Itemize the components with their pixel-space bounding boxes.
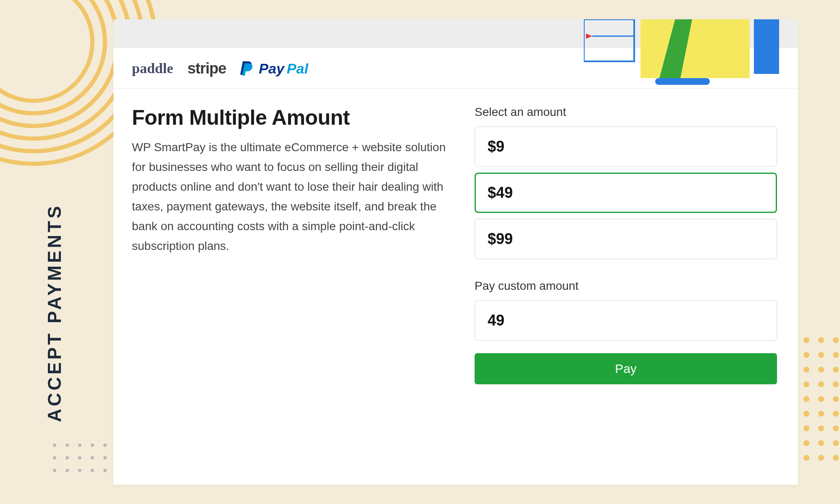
svg-point-45 — [818, 425, 824, 431]
svg-point-60 — [78, 444, 81, 447]
svg-point-67 — [78, 456, 81, 459]
amount-option-2[interactable]: $99 — [475, 219, 777, 259]
svg-point-75 — [91, 469, 94, 472]
hero-illustration — [584, 19, 785, 103]
svg-point-6 — [803, 337, 809, 343]
svg-point-57 — [833, 455, 839, 461]
form-panel: Select an amount $9 $49 $99 Pay custom a… — [475, 105, 777, 384]
svg-point-55 — [803, 455, 809, 461]
pay-button[interactable]: Pay — [475, 353, 777, 384]
svg-point-72 — [53, 469, 56, 472]
svg-point-69 — [103, 456, 107, 459]
svg-point-25 — [833, 381, 839, 387]
svg-point-73 — [66, 469, 69, 472]
amount-option-0[interactable]: $9 — [475, 126, 777, 167]
svg-point-17 — [818, 367, 824, 373]
hero-strip — [113, 19, 798, 48]
svg-point-0 — [0, 0, 92, 101]
paypal-text-pal: Pal — [287, 60, 308, 77]
svg-point-61 — [91, 444, 94, 447]
svg-point-31 — [818, 396, 824, 402]
svg-point-12 — [833, 352, 839, 358]
svg-rect-79 — [584, 19, 634, 61]
amount-option-1[interactable]: $49 — [475, 173, 777, 213]
svg-point-58 — [53, 444, 56, 447]
form-description: WP SmartPay is the ultimate eCommerce + … — [132, 137, 449, 256]
svg-point-37 — [803, 411, 809, 417]
paypal-text-pay: Pay — [259, 60, 284, 77]
svg-point-52 — [833, 440, 839, 446]
svg-rect-82 — [655, 78, 710, 85]
svg-point-30 — [803, 396, 809, 402]
svg-point-7 — [818, 337, 824, 343]
custom-amount-input[interactable] — [475, 300, 777, 341]
main-content: Form Multiple Amount WP SmartPay is the … — [113, 89, 798, 401]
svg-rect-80 — [640, 19, 750, 78]
paddle-logo: paddle — [132, 60, 173, 76]
svg-point-23 — [803, 381, 809, 387]
svg-rect-83 — [754, 19, 779, 74]
svg-point-10 — [803, 352, 809, 358]
svg-point-24 — [818, 381, 824, 387]
stripe-logo: stripe — [187, 60, 226, 77]
svg-point-51 — [818, 440, 824, 446]
svg-point-65 — [53, 456, 56, 459]
svg-point-16 — [803, 367, 809, 373]
select-amount-label: Select an amount — [475, 105, 777, 119]
paypal-logo: PayPal — [240, 60, 308, 77]
content-left: Form Multiple Amount WP SmartPay is the … — [132, 105, 449, 384]
svg-point-50 — [803, 440, 809, 446]
svg-point-44 — [803, 425, 809, 431]
svg-point-62 — [103, 444, 107, 447]
form-heading: Form Multiple Amount — [132, 105, 449, 130]
svg-point-18 — [833, 367, 839, 373]
svg-point-3 — [0, 0, 130, 139]
svg-point-46 — [833, 425, 839, 431]
custom-amount-label: Pay custom amount — [475, 279, 777, 293]
svg-point-59 — [66, 444, 69, 447]
svg-point-8 — [833, 337, 839, 343]
svg-point-39 — [833, 411, 839, 417]
main-card: paddle stripe PayPal Form Multiple Amoun… — [113, 19, 798, 485]
svg-point-76 — [103, 469, 107, 472]
amount-option-1-text: $49 — [488, 184, 513, 201]
svg-marker-84 — [586, 34, 592, 39]
svg-point-32 — [833, 396, 839, 402]
paypal-p-icon — [240, 60, 254, 76]
amount-option-2-text: $99 — [488, 230, 513, 247]
svg-point-11 — [818, 352, 824, 358]
amount-option-0-text: $9 — [488, 138, 504, 155]
svg-point-1 — [0, 0, 105, 113]
svg-point-2 — [0, 0, 118, 126]
svg-point-38 — [818, 411, 824, 417]
page-side-label: ACCEPT PAYMENTS — [44, 204, 65, 422]
svg-point-74 — [78, 469, 81, 472]
svg-point-66 — [66, 456, 69, 459]
svg-point-56 — [818, 455, 824, 461]
svg-point-68 — [91, 456, 94, 459]
